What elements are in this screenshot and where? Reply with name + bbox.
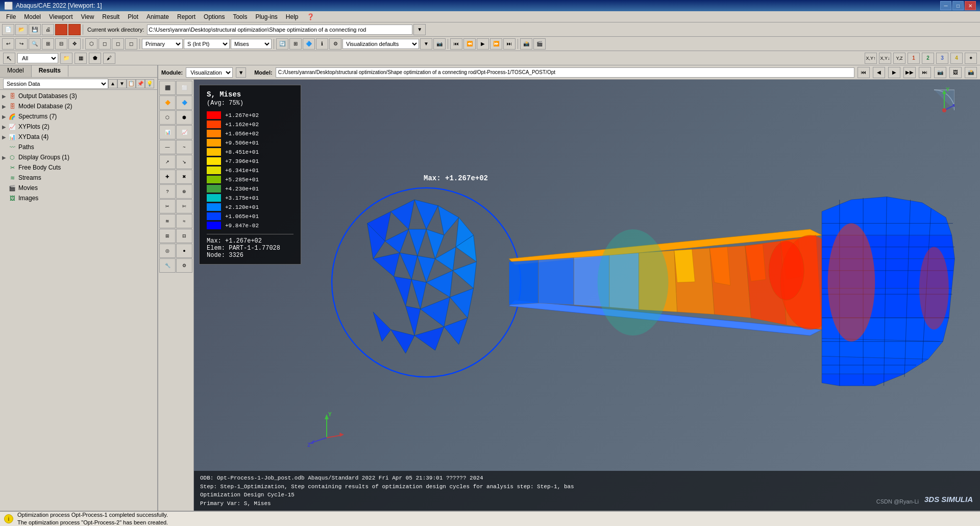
tree-item-display-groups[interactable]: ▶ ⬡ Display Groups (1) xyxy=(1,152,156,162)
tb-free2[interactable]: ✄ xyxy=(176,199,192,213)
tb-arrows2[interactable]: ↘ xyxy=(176,155,192,169)
session-up[interactable]: ▲ xyxy=(108,79,117,88)
tb-top[interactable]: ◻ xyxy=(112,38,124,50)
tb-front[interactable]: ◻ xyxy=(99,38,111,50)
model-nav-next[interactable]: ▶▶ xyxy=(903,67,916,78)
tree-item-movies[interactable]: 🎬 Movies xyxy=(1,183,156,193)
session-down[interactable]: ▼ xyxy=(117,79,127,88)
menu-plot[interactable]: Plot xyxy=(124,12,142,21)
tb-tensor2[interactable]: ✖ xyxy=(176,170,192,184)
menu-help[interactable]: Help xyxy=(282,12,303,21)
tb-iso2[interactable]: ● xyxy=(176,244,192,258)
menu-animate[interactable]: Animate xyxy=(142,12,173,21)
sel-paint[interactable]: 🖌 xyxy=(103,53,115,64)
maximize-button[interactable]: □ xyxy=(952,1,964,10)
tb-deform[interactable]: ⬢ xyxy=(176,110,192,125)
coord-num2[interactable]: 2 xyxy=(922,53,934,64)
tb-pan[interactable]: ✥ xyxy=(68,38,81,50)
coord-x[interactable]: X,Y↑ xyxy=(865,53,877,64)
tb-contour3[interactable]: 🔷 xyxy=(176,95,192,110)
coord-num1[interactable]: 1 xyxy=(908,53,920,64)
menu-report[interactable]: Report xyxy=(173,12,200,21)
tb-new[interactable]: 📄 xyxy=(2,24,14,35)
tb-zoom-all[interactable]: ⊟ xyxy=(55,38,67,50)
menu-viewport[interactable]: Viewport xyxy=(45,12,77,21)
tree-item-xydata[interactable]: ▶ 📊 XYData (4) xyxy=(1,132,156,142)
menu-options[interactable]: Options xyxy=(200,12,229,21)
field-combo[interactable]: S (Int Pt) xyxy=(184,39,230,49)
session-copy[interactable]: 📋 xyxy=(127,79,136,88)
primary-combo[interactable]: Primary xyxy=(142,39,183,49)
model-nav-next2[interactable]: ⏭ xyxy=(919,67,931,78)
tb-refresh[interactable]: 🔄 xyxy=(276,38,288,50)
tb-anim1[interactable]: 📊 xyxy=(159,125,176,139)
tb-free1[interactable]: ✂ xyxy=(159,199,176,213)
menu-tools[interactable]: Tools xyxy=(229,12,251,21)
coord-num3[interactable]: 3 xyxy=(936,53,948,64)
sel-set[interactable]: 📁 xyxy=(60,53,72,64)
viewport[interactable]: S, Mises (Avg: 75%) +1.267e+02+1.162e+02… xyxy=(194,80,980,511)
tree-item-free-body-cuts[interactable]: ✂ Free Body Cuts xyxy=(1,162,156,173)
tree-item-spectrums[interactable]: ▶ 🌈 Spectrums (7) xyxy=(1,111,156,122)
coord-yz[interactable]: Y,Z xyxy=(893,53,905,64)
tab-results[interactable]: Results xyxy=(32,65,68,77)
model-snap1[interactable]: 📷 xyxy=(934,67,946,78)
tb-side[interactable]: ◻ xyxy=(125,38,137,50)
coord-auto[interactable]: ✦ xyxy=(965,53,977,64)
menu-help-icon[interactable]: ❓ xyxy=(303,12,318,21)
model-snap2[interactable]: 🖼 xyxy=(949,67,962,78)
vis-dropdown[interactable]: ▼ xyxy=(420,38,432,50)
tb-red2[interactable] xyxy=(68,24,81,35)
tb-play-end[interactable]: ⏭ xyxy=(503,38,516,50)
filter-combo[interactable]: All xyxy=(17,53,58,63)
tb-iso1[interactable]: ◎ xyxy=(159,244,176,258)
tb-opt2[interactable]: ⚙ xyxy=(176,258,192,273)
minimize-button[interactable]: ─ xyxy=(940,1,951,10)
close-button[interactable]: ✕ xyxy=(965,1,976,10)
module-select[interactable]: Visualization xyxy=(186,67,233,78)
tb-zoom-box[interactable]: ⊞ xyxy=(42,38,54,50)
visualization-combo[interactable]: Visualization defaults xyxy=(342,39,419,49)
module-arrow[interactable]: ▼ xyxy=(236,67,246,78)
coord-num4[interactable]: 4 xyxy=(950,53,963,64)
tb-custom[interactable]: ⚙ xyxy=(329,38,341,50)
tb-play[interactable]: ▶ xyxy=(477,38,489,50)
tb-arrows1[interactable]: ↗ xyxy=(159,155,176,169)
tb-query1[interactable]: ? xyxy=(159,184,176,199)
tb-save[interactable]: 💾 xyxy=(29,24,41,35)
tb-disp2[interactable]: ⊟ xyxy=(176,229,192,243)
tree-item-images[interactable]: 🖼 Images xyxy=(1,193,156,203)
tb-play-start[interactable]: ⏮ xyxy=(450,38,462,50)
tb-red1[interactable] xyxy=(55,24,67,35)
tb-mesh[interactable]: ⊞ xyxy=(289,38,302,50)
tb-info[interactable]: ℹ xyxy=(316,38,328,50)
tb-snap[interactable]: 📸 xyxy=(520,38,532,50)
tb-contour[interactable]: 🔷 xyxy=(303,38,315,50)
tree-item-xyplots[interactable]: ▶ 📈 XYPlots (2) xyxy=(1,122,156,132)
cwd-dropdown[interactable]: ▼ xyxy=(413,24,426,35)
model-nav-prev2[interactable]: ⏮ xyxy=(857,67,870,78)
session-paste[interactable]: 📌 xyxy=(136,79,145,88)
sel-cursor[interactable]: ↖ xyxy=(3,53,15,64)
model-snap3[interactable]: 📸 xyxy=(965,67,977,78)
tb-tensor1[interactable]: ✚ xyxy=(159,170,176,184)
tb-redo[interactable]: ↪ xyxy=(15,38,28,50)
model-path-input[interactable] xyxy=(276,67,854,78)
tree-item-model-db[interactable]: ▶ 🗄 Model Database (2) xyxy=(1,101,156,111)
sel-filter[interactable]: ▦ xyxy=(75,53,87,64)
tb-zoom-fit[interactable]: 🔍 xyxy=(29,38,41,50)
session-light[interactable]: 💡 xyxy=(145,79,154,88)
tb-opt1[interactable]: 🔧 xyxy=(159,258,176,273)
tb-iso[interactable]: ⬡ xyxy=(85,38,97,50)
menu-result[interactable]: Result xyxy=(98,12,124,21)
menu-view[interactable]: View xyxy=(77,12,99,21)
tb-play-fwd[interactable]: ⏩ xyxy=(490,38,502,50)
tb-stream2[interactable]: ≈ xyxy=(176,214,192,228)
tb-open[interactable]: 📂 xyxy=(15,24,28,35)
tb-mesh-noedge[interactable]: ⬛ xyxy=(159,81,176,95)
menu-file[interactable]: File xyxy=(2,12,20,21)
tb-video[interactable]: 🎬 xyxy=(533,38,546,50)
coord-xz[interactable]: X,Y↓ xyxy=(879,53,891,64)
model-nav-play[interactable]: ▶ xyxy=(888,67,900,78)
sel-lasso[interactable]: ⬟ xyxy=(89,53,101,64)
